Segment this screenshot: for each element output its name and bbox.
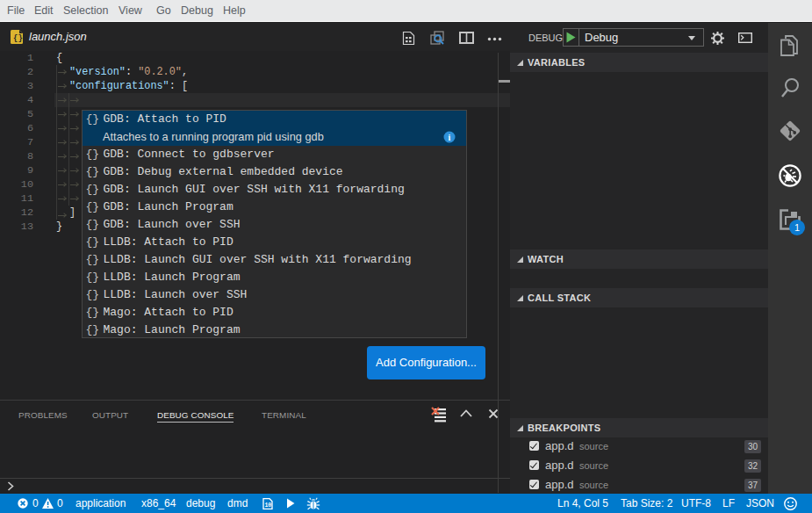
svg-text:10: 10	[264, 502, 271, 509]
svg-text:{}: {}	[13, 34, 23, 43]
svg-text:i: i	[449, 133, 451, 142]
